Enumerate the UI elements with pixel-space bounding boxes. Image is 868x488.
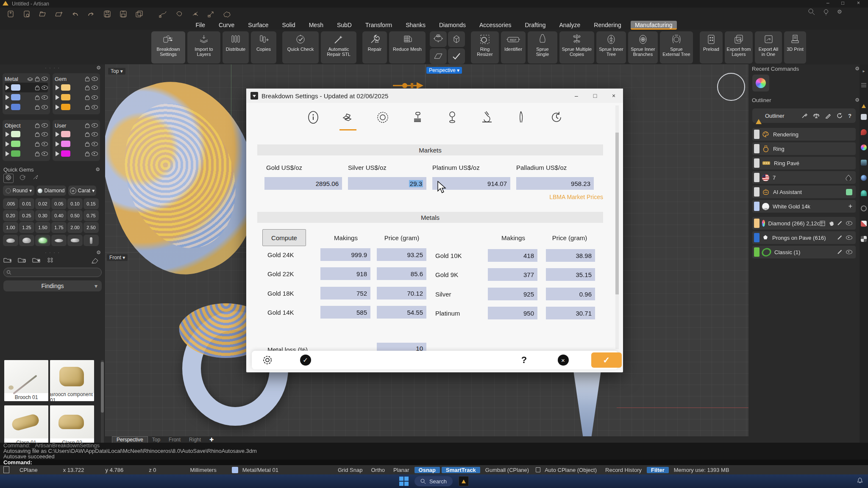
play-icon[interactable]	[6, 95, 9, 100]
perspective-viewport-label[interactable]: Perspective ▾	[426, 67, 462, 74]
lock-icon[interactable]	[35, 78, 39, 81]
silver-price-field[interactable]: 29.3	[348, 177, 426, 190]
layer-row[interactable]	[5, 83, 48, 92]
tab-right[interactable]: Right	[185, 437, 205, 443]
settings-gear-button[interactable]	[259, 353, 275, 367]
new-template-icon[interactable]	[21, 9, 32, 19]
eye-icon[interactable]	[846, 250, 852, 254]
ring-gauge-button[interactable]	[430, 31, 447, 47]
identifier-button[interactable]: REF Identifier	[501, 31, 526, 64]
save-small-icon[interactable]	[118, 9, 129, 19]
quick-gems-tab-gem[interactable]	[3, 174, 14, 183]
top-viewport-label[interactable]: Top ▾	[108, 68, 125, 75]
breakdown-settings-button[interactable]: Breakdown Settings	[151, 31, 185, 64]
color-swatch[interactable]	[11, 131, 20, 137]
price-field[interactable]: 70.12	[377, 287, 426, 299]
color-swatch[interactable]	[11, 94, 20, 100]
outliner-item-ring-pave[interactable]: Ring Pavé	[752, 157, 856, 169]
import-to-layers-button[interactable]: Import to Layers	[187, 31, 220, 64]
curve-tool-icon[interactable]	[158, 9, 169, 19]
tab-info-icon[interactable]	[305, 109, 322, 126]
panel-gear-icon[interactable]: ⚙	[96, 65, 102, 71]
lock-icon[interactable]	[35, 106, 39, 110]
eye-icon[interactable]	[92, 132, 98, 136]
help-icon[interactable]: ?	[848, 113, 851, 119]
status-planar[interactable]: Planar	[389, 467, 414, 473]
render-panel-icon[interactable]	[861, 175, 867, 181]
ring-resizer-button[interactable]: Ring Resizer	[471, 31, 499, 64]
lock-icon[interactable]	[35, 153, 39, 156]
eye-icon[interactable]	[42, 105, 48, 109]
layers-icon[interactable]	[27, 77, 33, 81]
folder-favorites-icon[interactable]	[32, 257, 41, 265]
size-button[interactable]: 1.75	[51, 222, 67, 233]
finding-item[interactable]: Clasp 01	[4, 405, 48, 443]
menu-subd[interactable]: SubD	[333, 21, 356, 29]
solid-box-button[interactable]	[448, 31, 465, 47]
front-viewport-label[interactable]: Front ▾	[107, 254, 128, 261]
play-icon[interactable]	[6, 132, 9, 137]
eye-icon[interactable]	[42, 132, 48, 136]
cut-style-button[interactable]	[3, 235, 18, 246]
size-button[interactable]: 1.25	[19, 222, 34, 233]
tab-perspective[interactable]: Perspective	[112, 436, 148, 443]
panel-drag-handle[interactable]: · · · · ⚙	[0, 249, 105, 256]
save-icon[interactable]	[102, 9, 113, 19]
size-button[interactable]: 0.40	[51, 210, 67, 221]
add-viewport-button[interactable]: ✚	[205, 437, 218, 443]
cut-style-button[interactable]	[51, 235, 67, 246]
lock-icon[interactable]	[85, 133, 89, 137]
outliner-item-white-gold[interactable]: 14K White Gold 14k +	[752, 200, 856, 213]
layer-color-swatch[interactable]	[232, 467, 238, 473]
gold-price-field[interactable]: 2895.06	[264, 177, 342, 190]
command-history[interactable]: Command: _ArtisanBreakdownSettings Autos…	[0, 443, 868, 465]
finding-item[interactable]: Clasp 02	[50, 405, 94, 443]
recent-command-colorwheel[interactable]	[752, 75, 769, 92]
sun-panel-icon[interactable]	[861, 205, 867, 211]
price-field[interactable]: 54.55	[377, 306, 426, 319]
tab-microscope-icon[interactable]	[479, 109, 495, 126]
lock-icon[interactable]	[35, 87, 39, 90]
tab-tools-icon[interactable]	[513, 109, 530, 126]
size-button[interactable]: 0.15	[83, 198, 99, 209]
refresh-icon[interactable]	[837, 113, 843, 119]
ring-gizmo-circle[interactable]	[717, 73, 745, 101]
quick-gems-tab-orient[interactable]	[19, 175, 26, 182]
automatic-repair-stl-button[interactable]: Automatic Repair STL	[321, 31, 356, 64]
layer-row[interactable]	[5, 129, 48, 139]
artisan-panel-icon[interactable]	[862, 97, 866, 105]
lock-icon[interactable]	[85, 97, 89, 100]
play-icon[interactable]	[56, 95, 59, 100]
balance-scale-icon[interactable]	[813, 113, 820, 119]
folder-add-icon[interactable]	[3, 257, 12, 265]
eye-icon[interactable]	[42, 142, 48, 146]
size-button[interactable]: .005	[3, 198, 18, 209]
layer-row[interactable]	[55, 92, 98, 102]
search-command-icon[interactable]	[807, 8, 816, 18]
taskbar-search[interactable]: Search	[415, 476, 453, 486]
folder-manage-icon[interactable]	[18, 257, 26, 265]
play-icon[interactable]	[56, 141, 59, 147]
findings-scrollbar[interactable]	[101, 360, 104, 443]
sprue-single-button[interactable]: Sprue Single	[528, 31, 557, 64]
taskbar-artisan-app[interactable]	[459, 476, 469, 486]
size-button[interactable]: 2.00	[67, 222, 83, 233]
menu-surface[interactable]: Surface	[244, 21, 273, 29]
play-icon[interactable]	[6, 141, 9, 147]
eye-icon[interactable]	[92, 77, 98, 81]
play-icon[interactable]	[56, 85, 59, 90]
reduce-mesh-button[interactable]: Reduce Mesh	[389, 31, 426, 64]
lock-icon[interactable]	[35, 97, 39, 100]
export-all-in-one-button[interactable]: Export All in One	[755, 31, 782, 64]
lasso-tool-icon[interactable]	[174, 9, 185, 19]
lock-icon[interactable]	[85, 78, 89, 81]
lock-icon[interactable]	[85, 153, 89, 156]
price-field[interactable]: 85.6	[377, 267, 426, 280]
size-button[interactable]: 0.25	[19, 210, 34, 221]
pencil-icon[interactable]	[837, 221, 843, 226]
play-icon[interactable]	[6, 85, 9, 90]
size-button[interactable]: 0.05	[51, 198, 67, 209]
eye-icon[interactable]	[42, 123, 48, 128]
lock-icon[interactable]	[85, 125, 89, 128]
round-shape-button[interactable]: Round ▾	[3, 186, 34, 196]
